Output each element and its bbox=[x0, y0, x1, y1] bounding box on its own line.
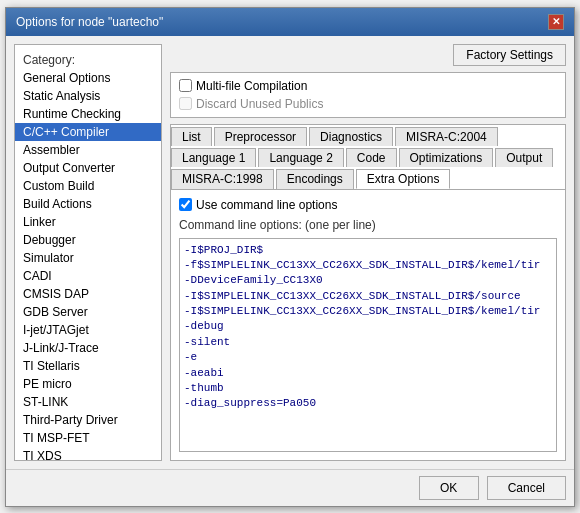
multifile-compilation-label: Multi-file Compilation bbox=[196, 79, 307, 93]
sidebar-item-debugger[interactable]: Debugger bbox=[15, 231, 161, 249]
sidebar: Category: General OptionsStatic Analysis… bbox=[14, 44, 162, 461]
tab-optimizations[interactable]: Optimizations bbox=[399, 148, 494, 167]
discard-unused-publics-label: Discard Unused Publics bbox=[196, 97, 323, 111]
use-cmdline-row: Use command line options bbox=[179, 198, 557, 212]
cancel-button[interactable]: Cancel bbox=[487, 476, 566, 500]
sidebar-item-cmsis-dap[interactable]: CMSIS DAP bbox=[15, 285, 161, 303]
multifile-compilation-checkbox[interactable] bbox=[179, 79, 192, 92]
cmdline-description-label: Command line options: (one per line) bbox=[179, 218, 557, 232]
sidebar-item-build-actions[interactable]: Build Actions bbox=[15, 195, 161, 213]
tab-list[interactable]: List bbox=[171, 127, 212, 146]
factory-settings-button[interactable]: Factory Settings bbox=[453, 44, 566, 66]
sidebar-item-linker[interactable]: Linker bbox=[15, 213, 161, 231]
discard-unused-publics-checkbox[interactable] bbox=[179, 97, 192, 110]
main-panel: Factory Settings Multi-file Compilation … bbox=[170, 44, 566, 461]
sidebar-item-j-link-j-trace[interactable]: J-Link/J-Trace bbox=[15, 339, 161, 357]
sidebar-item-pe-micro[interactable]: PE micro bbox=[15, 375, 161, 393]
tab-language1[interactable]: Language 1 bbox=[171, 148, 256, 167]
sidebar-item-general-options[interactable]: General Options bbox=[15, 69, 161, 87]
tabs-section: List Preprocessor Diagnostics MISRA-C:20… bbox=[170, 124, 566, 461]
dialog-footer: OK Cancel bbox=[6, 469, 574, 506]
tab-output[interactable]: Output bbox=[495, 148, 553, 167]
discard-unused-publics-row: Discard Unused Publics bbox=[179, 97, 557, 111]
sidebar-item-st-link[interactable]: ST-LINK bbox=[15, 393, 161, 411]
sidebar-item-ti-xds[interactable]: TI XDS bbox=[15, 447, 161, 461]
multifile-compilation-row: Multi-file Compilation bbox=[179, 79, 557, 93]
sidebar-item-custom-build[interactable]: Custom Build bbox=[15, 177, 161, 195]
sidebar-item-cadi[interactable]: CADI bbox=[15, 267, 161, 285]
ok-button[interactable]: OK bbox=[419, 476, 479, 500]
tab-misra-1998[interactable]: MISRA-C:1998 bbox=[171, 169, 274, 189]
tab-row-1: List Preprocessor Diagnostics MISRA-C:20… bbox=[171, 125, 565, 146]
sidebar-item-simulator[interactable]: Simulator bbox=[15, 249, 161, 267]
tab-diagnostics[interactable]: Diagnostics bbox=[309, 127, 393, 146]
options-section: Multi-file Compilation Discard Unused Pu… bbox=[170, 72, 566, 118]
sidebar-item-ti-stellaris[interactable]: TI Stellaris bbox=[15, 357, 161, 375]
tab-row-2: Language 1 Language 2 Code Optimizations… bbox=[171, 146, 565, 167]
tab-encodings[interactable]: Encodings bbox=[276, 169, 354, 189]
close-button[interactable]: ✕ bbox=[548, 14, 564, 30]
tab-code[interactable]: Code bbox=[346, 148, 397, 167]
dialog: Options for node "uartecho" ✕ Category: … bbox=[5, 7, 575, 507]
title-bar: Options for node "uartecho" ✕ bbox=[6, 8, 574, 36]
use-cmdline-label: Use command line options bbox=[196, 198, 337, 212]
tab-preprocessor[interactable]: Preprocessor bbox=[214, 127, 307, 146]
tab-misra-2004[interactable]: MISRA-C:2004 bbox=[395, 127, 498, 146]
sidebar-item-output-converter[interactable]: Output Converter bbox=[15, 159, 161, 177]
sidebar-item-assembler[interactable]: Assembler bbox=[15, 141, 161, 159]
sidebar-item-static-analysis[interactable]: Static Analysis bbox=[15, 87, 161, 105]
sidebar-label: Category: bbox=[15, 49, 161, 69]
tab-extra-options[interactable]: Extra Options bbox=[356, 169, 451, 189]
use-cmdline-checkbox[interactable] bbox=[179, 198, 192, 211]
tab-language2[interactable]: Language 2 bbox=[258, 148, 343, 167]
dialog-title: Options for node "uartecho" bbox=[16, 15, 163, 29]
close-icon: ✕ bbox=[552, 16, 560, 27]
sidebar-item-runtime-checking[interactable]: Runtime Checking bbox=[15, 105, 161, 123]
factory-row: Factory Settings bbox=[170, 44, 566, 66]
dialog-body: Category: General OptionsStatic Analysis… bbox=[6, 36, 574, 469]
sidebar-item-gdb-server[interactable]: GDB Server bbox=[15, 303, 161, 321]
tab-rows: List Preprocessor Diagnostics MISRA-C:20… bbox=[171, 125, 565, 190]
tab-row-3: MISRA-C:1998 Encodings Extra Options bbox=[171, 167, 565, 189]
sidebar-item-c-c---compiler[interactable]: C/C++ Compiler bbox=[15, 123, 161, 141]
sidebar-item-third-party-driver[interactable]: Third-Party Driver bbox=[15, 411, 161, 429]
cmdline-textarea[interactable]: -I$PROJ_DIR$ -f$SIMPLELINK_CC13XX_CC26XX… bbox=[179, 238, 557, 452]
tab-content: Use command line options Command line op… bbox=[171, 190, 565, 460]
sidebar-item-ti-msp-fet[interactable]: TI MSP-FET bbox=[15, 429, 161, 447]
sidebar-item-i-jet-jtagjet[interactable]: I-jet/JTAGjet bbox=[15, 321, 161, 339]
